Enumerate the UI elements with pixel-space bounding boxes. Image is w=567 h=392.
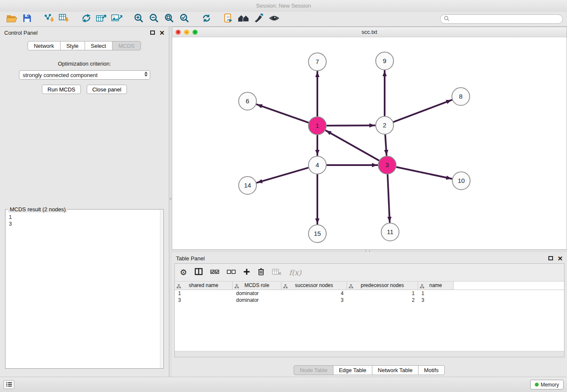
unchecked-boxes-icon	[227, 269, 236, 276]
table-row[interactable]: 1dominator411	[175, 290, 564, 297]
table-row[interactable]: 3dominator323	[175, 297, 564, 304]
export-network-button[interactable]	[79, 13, 94, 25]
column-header-filler	[454, 282, 564, 290]
save-session-button[interactable]	[19, 13, 35, 25]
zoom-out-icon	[149, 13, 159, 25]
create-column-button[interactable]	[243, 268, 250, 277]
export-table-button[interactable]	[94, 13, 109, 25]
graph-node-label: 15	[314, 230, 321, 237]
export-image-button[interactable]	[109, 13, 124, 25]
table-cell: 1	[175, 290, 233, 297]
graph-edge-3-1[interactable]	[326, 130, 379, 160]
tab-node-table[interactable]: Node Table	[294, 365, 333, 375]
export-document-icon	[224, 13, 233, 25]
function-builder-button[interactable]: f(x)	[289, 268, 301, 277]
select-all-columns-button[interactable]	[210, 269, 219, 276]
graph-node-label: 11	[387, 228, 394, 235]
window-titlebar: Session: New Session	[0, 0, 567, 12]
delete-table-button[interactable]	[272, 268, 281, 277]
column-header-mcds-role[interactable]: MCDS role	[233, 282, 281, 290]
graph-edge-4-14[interactable]	[257, 168, 308, 182]
network-titlebar[interactable]: scc.txt ✕ − +	[172, 27, 567, 37]
float-panel-icon[interactable]	[150, 30, 155, 35]
tab-mcds[interactable]: MCDS	[112, 41, 141, 50]
table-cell: dominator	[233, 290, 281, 297]
zoom-out-button[interactable]	[146, 13, 162, 25]
save-floppy-icon	[23, 14, 31, 24]
float-panel-icon[interactable]	[548, 256, 553, 260]
graph-edge-1-2[interactable]	[327, 125, 375, 126]
open-file-button[interactable]	[4, 13, 19, 25]
zoom-in-button[interactable]	[131, 13, 146, 25]
gear-icon: ⚙	[180, 268, 187, 276]
table-panel-title: Table Panel	[176, 255, 205, 262]
tab-select[interactable]: Select	[85, 41, 113, 50]
table-panel-tabs: Node Table Edge Table Network Table Moti…	[172, 365, 567, 375]
import-table-button[interactable]	[57, 13, 72, 25]
memory-button[interactable]: Memory	[530, 380, 564, 389]
column-header-successor-nodes[interactable]: successor nodes	[281, 282, 347, 290]
criterion-dropdown[interactable]: strongly connected component	[19, 70, 150, 80]
close-panel-icon[interactable]: ✕	[557, 255, 563, 262]
graph-edge-1-6[interactable]	[257, 105, 308, 123]
task-history-button[interactable]	[3, 380, 14, 389]
import-network-button[interactable]	[41, 13, 57, 25]
show-hide-button[interactable]	[267, 13, 282, 25]
column-header-name[interactable]: name	[418, 282, 454, 290]
apply-style-button[interactable]	[251, 13, 267, 25]
tab-motifs[interactable]: Motifs	[418, 365, 445, 375]
mcds-result-list: 13	[6, 210, 163, 232]
network-title: scc.txt	[172, 29, 567, 35]
import-table-icon	[59, 14, 70, 25]
table-cell-filler	[454, 297, 564, 304]
deselect-all-columns-button[interactable]	[227, 269, 236, 276]
column-type-icon	[283, 283, 288, 291]
graph-edge-2-3[interactable]	[385, 135, 386, 155]
tab-network[interactable]: Network	[28, 41, 61, 50]
control-panel: Control Panel ✕ Network Style Select MCD…	[0, 27, 169, 377]
result-scrollbar[interactable]	[160, 210, 163, 368]
graph-node-label: 7	[316, 58, 319, 65]
memory-label: Memory	[541, 382, 559, 388]
home-networks-button[interactable]	[236, 13, 251, 25]
table-settings-button[interactable]: ⚙	[180, 268, 187, 276]
trash-icon	[258, 268, 264, 277]
column-type-icon	[420, 283, 424, 291]
network-canvas-area[interactable]: 7968124314101511	[172, 37, 567, 249]
network-canvas[interactable]: 7968124314101511	[172, 37, 567, 249]
splitter-grip-icon	[366, 250, 370, 252]
zoom-fit-button[interactable]	[162, 13, 177, 25]
show-columns-button[interactable]	[195, 268, 203, 277]
zoom-selected-button[interactable]	[177, 13, 192, 25]
network-view-window: scc.txt ✕ − + 7968124314101511	[172, 27, 567, 250]
graph-edge-2-8[interactable]	[394, 100, 452, 122]
refresh-view-button[interactable]	[199, 13, 214, 25]
graph-edge-3-10[interactable]	[397, 167, 452, 179]
style-brush-icon	[254, 14, 264, 25]
graph-edge-3-11[interactable]	[388, 175, 390, 222]
table-cell: 3	[175, 297, 233, 304]
refresh-icon	[201, 14, 212, 25]
close-panel-icon[interactable]: ✕	[159, 30, 165, 36]
import-network-icon	[44, 14, 55, 25]
graph-node-label: 14	[244, 182, 251, 189]
search-input[interactable]	[451, 16, 559, 22]
homes-icon	[237, 14, 250, 24]
control-panel-header: Control Panel ✕	[0, 27, 169, 39]
table-horizontal-scrollbar[interactable]	[175, 351, 564, 357]
column-header-shared-name[interactable]: shared name	[175, 282, 233, 290]
search-field[interactable]	[440, 14, 563, 24]
tab-edge-table[interactable]: Edge Table	[333, 365, 372, 375]
run-mcds-button[interactable]: Run MCDS	[42, 85, 81, 94]
delete-column-button[interactable]	[258, 268, 264, 277]
window-title: Session: New Session	[256, 3, 311, 9]
export-table-icon	[96, 14, 107, 25]
export-document-button[interactable]	[221, 13, 236, 25]
memory-status-icon	[535, 383, 539, 386]
main-toolbar	[0, 12, 567, 27]
column-header-predecessor-nodes[interactable]: predecessor nodes	[347, 282, 418, 290]
tab-style[interactable]: Style	[60, 41, 85, 50]
tab-network-table[interactable]: Network Table	[372, 365, 418, 375]
close-panel-button[interactable]: Close panel	[87, 85, 127, 94]
table-cell: 2	[347, 297, 418, 304]
